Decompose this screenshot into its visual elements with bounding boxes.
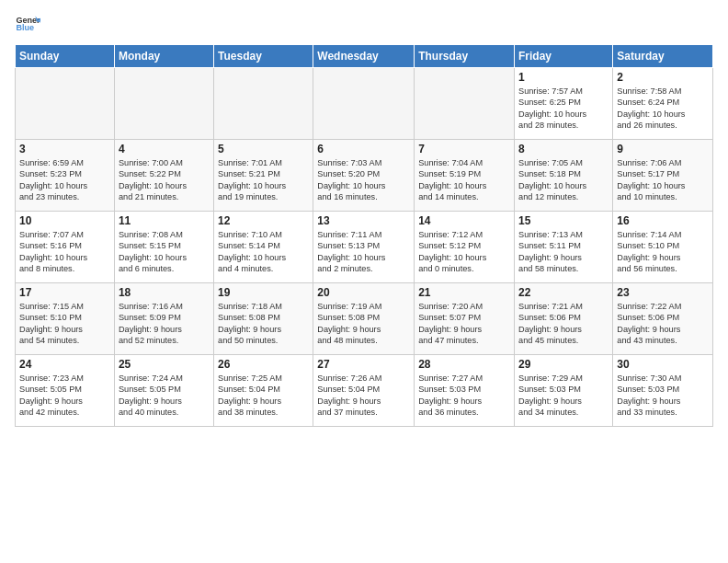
day-info: Sunrise: 7:21 AM Sunset: 5:06 PM Dayligh… (518, 301, 609, 347)
day-info: Sunrise: 7:25 AM Sunset: 5:04 PM Dayligh… (218, 373, 309, 419)
day-number: 17 (19, 286, 110, 299)
day-info: Sunrise: 7:03 AM Sunset: 5:20 PM Dayligh… (317, 157, 410, 203)
calendar-day-cell: 26Sunrise: 7:25 AM Sunset: 5:04 PM Dayli… (214, 355, 313, 427)
calendar-day-cell: 9Sunrise: 7:06 AM Sunset: 5:17 PM Daylig… (613, 140, 713, 212)
calendar-week-row: 24Sunrise: 7:23 AM Sunset: 5:05 PM Dayli… (16, 355, 713, 427)
calendar-week-row: 17Sunrise: 7:15 AM Sunset: 5:10 PM Dayli… (16, 283, 713, 355)
day-number: 9 (617, 143, 709, 155)
day-info: Sunrise: 7:30 AM Sunset: 5:03 PM Dayligh… (617, 373, 709, 419)
calendar-table: SundayMondayTuesdayWednesdayThursdayFrid… (15, 44, 713, 427)
calendar-week-row: 3Sunrise: 6:59 AM Sunset: 5:23 PM Daylig… (16, 140, 713, 212)
day-info: Sunrise: 7:27 AM Sunset: 5:03 PM Dayligh… (418, 373, 510, 419)
calendar-day-cell: 21Sunrise: 7:20 AM Sunset: 5:07 PM Dayli… (415, 283, 515, 355)
day-info: Sunrise: 7:07 AM Sunset: 5:16 PM Dayligh… (19, 229, 110, 275)
day-info: Sunrise: 7:16 AM Sunset: 5:09 PM Dayligh… (119, 301, 210, 347)
day-number: 28 (418, 358, 510, 371)
day-info: Sunrise: 7:11 AM Sunset: 5:13 PM Dayligh… (317, 229, 410, 275)
day-info: Sunrise: 7:57 AM Sunset: 6:25 PM Dayligh… (518, 86, 609, 132)
calendar-day-cell: 11Sunrise: 7:08 AM Sunset: 5:15 PM Dayli… (114, 212, 213, 283)
day-number: 22 (518, 286, 609, 299)
calendar-day-cell: 5Sunrise: 7:01 AM Sunset: 5:21 PM Daylig… (214, 140, 313, 212)
calendar-day-cell: 15Sunrise: 7:13 AM Sunset: 5:11 PM Dayli… (515, 212, 613, 283)
day-info: Sunrise: 7:12 AM Sunset: 5:12 PM Dayligh… (418, 229, 510, 275)
day-number: 23 (617, 286, 709, 299)
day-info: Sunrise: 7:13 AM Sunset: 5:11 PM Dayligh… (518, 229, 609, 275)
day-info: Sunrise: 7:00 AM Sunset: 5:22 PM Dayligh… (119, 157, 210, 203)
calendar-day-cell (313, 68, 415, 140)
day-info: Sunrise: 7:22 AM Sunset: 5:06 PM Dayligh… (617, 301, 709, 347)
day-number: 25 (119, 358, 210, 371)
day-number: 26 (218, 358, 309, 371)
weekday-header-wednesday: Wednesday (313, 45, 415, 68)
weekday-header-sunday: Sunday (16, 45, 115, 68)
day-number: 2 (617, 71, 709, 84)
day-number: 1 (518, 71, 609, 84)
header: General Blue (15, 11, 713, 37)
day-info: Sunrise: 7:20 AM Sunset: 5:07 PM Dayligh… (418, 301, 510, 347)
calendar-day-cell: 12Sunrise: 7:10 AM Sunset: 5:14 PM Dayli… (214, 212, 313, 283)
logo-icon: General Blue (15, 11, 40, 37)
day-info: Sunrise: 7:19 AM Sunset: 5:08 PM Dayligh… (317, 301, 410, 347)
calendar-day-cell: 4Sunrise: 7:00 AM Sunset: 5:22 PM Daylig… (114, 140, 213, 212)
day-info: Sunrise: 7:15 AM Sunset: 5:10 PM Dayligh… (19, 301, 110, 347)
calendar-day-cell: 8Sunrise: 7:05 AM Sunset: 5:18 PM Daylig… (515, 140, 613, 212)
calendar-day-cell: 22Sunrise: 7:21 AM Sunset: 5:06 PM Dayli… (515, 283, 613, 355)
calendar-day-cell: 17Sunrise: 7:15 AM Sunset: 5:10 PM Dayli… (16, 283, 115, 355)
day-number: 20 (317, 286, 410, 299)
day-info: Sunrise: 7:01 AM Sunset: 5:21 PM Dayligh… (218, 157, 309, 203)
calendar-day-cell (415, 68, 515, 140)
day-number: 5 (218, 143, 309, 155)
calendar-day-cell: 10Sunrise: 7:07 AM Sunset: 5:16 PM Dayli… (16, 212, 115, 283)
day-info: Sunrise: 7:04 AM Sunset: 5:19 PM Dayligh… (418, 157, 510, 203)
calendar-day-cell: 6Sunrise: 7:03 AM Sunset: 5:20 PM Daylig… (313, 140, 415, 212)
day-number: 13 (317, 214, 410, 227)
day-info: Sunrise: 7:14 AM Sunset: 5:10 PM Dayligh… (617, 229, 709, 275)
day-number: 3 (19, 143, 110, 155)
weekday-header-saturday: Saturday (613, 45, 713, 68)
calendar-day-cell: 29Sunrise: 7:29 AM Sunset: 5:03 PM Dayli… (515, 355, 613, 427)
calendar-day-cell: 20Sunrise: 7:19 AM Sunset: 5:08 PM Dayli… (313, 283, 415, 355)
day-info: Sunrise: 6:59 AM Sunset: 5:23 PM Dayligh… (19, 157, 110, 203)
calendar-day-cell: 16Sunrise: 7:14 AM Sunset: 5:10 PM Dayli… (613, 212, 713, 283)
day-info: Sunrise: 7:29 AM Sunset: 5:03 PM Dayligh… (518, 373, 609, 419)
day-number: 15 (518, 214, 609, 227)
day-number: 4 (119, 143, 210, 155)
day-number: 14 (418, 214, 510, 227)
day-number: 27 (317, 358, 410, 371)
calendar-day-cell: 19Sunrise: 7:18 AM Sunset: 5:08 PM Dayli… (214, 283, 313, 355)
calendar-day-cell: 27Sunrise: 7:26 AM Sunset: 5:04 PM Dayli… (313, 355, 415, 427)
page-container: General Blue SundayMondayTuesdayWednesda… (0, 0, 728, 434)
calendar-day-cell (214, 68, 313, 140)
day-number: 19 (218, 286, 309, 299)
day-info: Sunrise: 7:24 AM Sunset: 5:05 PM Dayligh… (119, 373, 210, 419)
logo: General Blue (15, 11, 40, 37)
day-number: 16 (617, 214, 709, 227)
day-info: Sunrise: 7:06 AM Sunset: 5:17 PM Dayligh… (617, 157, 709, 203)
day-info: Sunrise: 7:10 AM Sunset: 5:14 PM Dayligh… (218, 229, 309, 275)
day-info: Sunrise: 7:18 AM Sunset: 5:08 PM Dayligh… (218, 301, 309, 347)
day-number: 11 (119, 214, 210, 227)
day-number: 6 (317, 143, 410, 155)
day-number: 30 (617, 358, 709, 371)
weekday-header-friday: Friday (515, 45, 613, 68)
calendar-day-cell: 28Sunrise: 7:27 AM Sunset: 5:03 PM Dayli… (415, 355, 515, 427)
weekday-header-thursday: Thursday (415, 45, 515, 68)
calendar-day-cell (114, 68, 213, 140)
day-number: 21 (418, 286, 510, 299)
calendar-day-cell: 7Sunrise: 7:04 AM Sunset: 5:19 PM Daylig… (415, 140, 515, 212)
day-info: Sunrise: 7:23 AM Sunset: 5:05 PM Dayligh… (19, 373, 110, 419)
calendar-day-cell: 1Sunrise: 7:57 AM Sunset: 6:25 PM Daylig… (515, 68, 613, 140)
day-number: 29 (518, 358, 609, 371)
day-number: 24 (19, 358, 110, 371)
calendar-week-row: 1Sunrise: 7:57 AM Sunset: 6:25 PM Daylig… (16, 68, 713, 140)
calendar-day-cell: 18Sunrise: 7:16 AM Sunset: 5:09 PM Dayli… (114, 283, 213, 355)
day-number: 18 (119, 286, 210, 299)
day-info: Sunrise: 7:26 AM Sunset: 5:04 PM Dayligh… (317, 373, 410, 419)
calendar-day-cell: 13Sunrise: 7:11 AM Sunset: 5:13 PM Dayli… (313, 212, 415, 283)
calendar-day-cell: 14Sunrise: 7:12 AM Sunset: 5:12 PM Dayli… (415, 212, 515, 283)
day-info: Sunrise: 7:05 AM Sunset: 5:18 PM Dayligh… (518, 157, 609, 203)
day-info: Sunrise: 7:58 AM Sunset: 6:24 PM Dayligh… (617, 86, 709, 132)
calendar-day-cell (16, 68, 115, 140)
calendar-day-cell: 30Sunrise: 7:30 AM Sunset: 5:03 PM Dayli… (613, 355, 713, 427)
day-number: 8 (518, 143, 609, 155)
